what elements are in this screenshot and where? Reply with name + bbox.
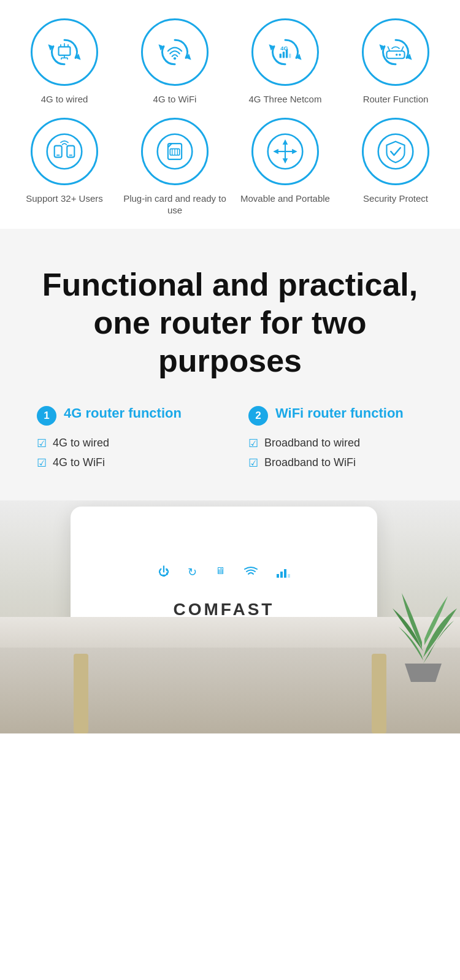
check-label-broadband-wired: Broadband to wired: [264, 437, 360, 450]
svg-rect-49: [288, 574, 290, 578]
function-col-title-text-4g: 4G router function: [64, 405, 182, 423]
svg-marker-44: [292, 148, 297, 154]
svg-rect-46: [277, 574, 279, 578]
feature-movable-portable: Movable and Portable: [233, 118, 337, 216]
feature-4g-wifi: 4G to WiFi: [123, 18, 227, 105]
function-col-wifi: 2 WiFi router function ☑ Broadband to wi…: [248, 405, 423, 476]
function-columns: 1 4G router function ☑ 4G to wired ☑ 4G …: [25, 405, 435, 476]
badge-wifi: 2: [248, 406, 268, 426]
check-icon-broadband-wired: ☑: [248, 437, 258, 450]
svg-rect-47: [280, 572, 283, 578]
svg-point-24: [396, 54, 397, 56]
icon-circle-plug-in-card: [141, 118, 209, 185]
function-col-4g: 1 4G router function ☑ 4G to wired ☑ 4G …: [37, 405, 212, 476]
feature-label-movable-portable: Movable and Portable: [240, 193, 330, 205]
svg-line-26: [401, 47, 403, 52]
icon-circle-4g-three-netcom: 4G: [251, 18, 319, 86]
feature-label-security-protect: Security Protect: [363, 193, 428, 205]
router-image-area: ⏻ ↻ 🖥: [0, 500, 460, 733]
check-item-4g-wifi: ☑ 4G to WiFi: [37, 456, 212, 470]
feature-4g-three-netcom: 4G 4G Three Netcom: [233, 18, 337, 105]
router-indicators: ⏻ ↻ 🖥: [158, 565, 290, 581]
svg-point-23: [399, 54, 401, 56]
plant-decoration: [386, 559, 460, 697]
functional-title: Functional and practical, one router for…: [25, 266, 435, 380]
icon-circle-support-users: [31, 118, 98, 185]
functional-section: Functional and practical, one router for…: [0, 229, 460, 733]
icon-circle-router-function: [362, 18, 429, 86]
check-label-4g-wifi: 4G to WiFi: [53, 456, 105, 469]
svg-rect-16: [280, 54, 282, 58]
icon-circle-4g-wifi: [141, 18, 209, 86]
router-power-icon: ⏻: [158, 565, 169, 581]
feature-label-support-users: Support 32+ Users: [26, 193, 103, 205]
check-item-broadband-wired: ☑ Broadband to wired: [248, 437, 423, 450]
check-icon-broadband-wifi: ☑: [248, 456, 258, 470]
svg-rect-17: [283, 52, 285, 58]
svg-marker-42: [283, 158, 288, 164]
router-display-icon: 🖥: [215, 565, 225, 581]
feature-label-4g-three-netcom: 4G Three Netcom: [249, 93, 322, 105]
svg-rect-19: [289, 54, 291, 58]
svg-marker-41: [283, 139, 288, 145]
badge-4g: 1: [37, 406, 56, 426]
check-label-4g-wired: 4G to wired: [53, 437, 109, 450]
function-col-title-wifi: 2 WiFi router function: [248, 405, 423, 426]
svg-point-12: [174, 57, 176, 59]
feature-label-plug-in-card: Plug-in card and ready to use: [123, 193, 227, 216]
functional-content: Functional and practical, one router for…: [0, 229, 460, 500]
feature-router-function: Router Function: [343, 18, 448, 105]
table-leg-left: [74, 654, 88, 733]
feature-label-4g-wired: 4G to wired: [41, 93, 88, 105]
feature-support-users: Support 32+ Users: [12, 118, 117, 216]
feature-label-router-function: Router Function: [363, 93, 429, 105]
check-icon-4g-wifi: ☑: [37, 456, 47, 470]
router-wifi-icon: [243, 565, 258, 581]
function-col-title-text-wifi: WiFi router function: [275, 405, 404, 423]
svg-point-27: [47, 134, 82, 169]
check-item-4g-wired: ☑ 4G to wired: [37, 437, 212, 450]
svg-marker-43: [273, 148, 278, 154]
check-item-broadband-wifi: ☑ Broadband to WiFi: [248, 456, 423, 470]
feature-label-4g-wifi: 4G to WiFi: [153, 93, 197, 105]
check-label-broadband-wifi: Broadband to WiFi: [264, 456, 356, 469]
feature-plug-in-card: Plug-in card and ready to use: [123, 118, 227, 216]
icon-circle-security-protect: [362, 118, 429, 185]
svg-rect-48: [284, 569, 286, 578]
router-signal-icon: [277, 565, 290, 581]
router-sync-icon: ↻: [188, 565, 197, 581]
svg-point-45: [378, 134, 413, 169]
icon-circle-movable-portable: [251, 118, 319, 185]
svg-line-25: [388, 47, 389, 52]
features-grid: 4G to wired 4G to WiFi: [12, 18, 448, 216]
function-col-title-4g: 1 4G router function: [37, 405, 212, 426]
svg-rect-2: [59, 47, 71, 55]
table-leg-right: [372, 654, 386, 733]
icon-circle-4g-wired: [31, 18, 98, 86]
features-section: 4G to wired 4G to WiFi: [0, 0, 460, 229]
feature-security-protect: Security Protect: [343, 118, 448, 216]
feature-4g-wired: 4G to wired: [12, 18, 117, 105]
svg-rect-18: [286, 50, 288, 58]
check-icon-4g-wired: ☑: [37, 437, 47, 450]
